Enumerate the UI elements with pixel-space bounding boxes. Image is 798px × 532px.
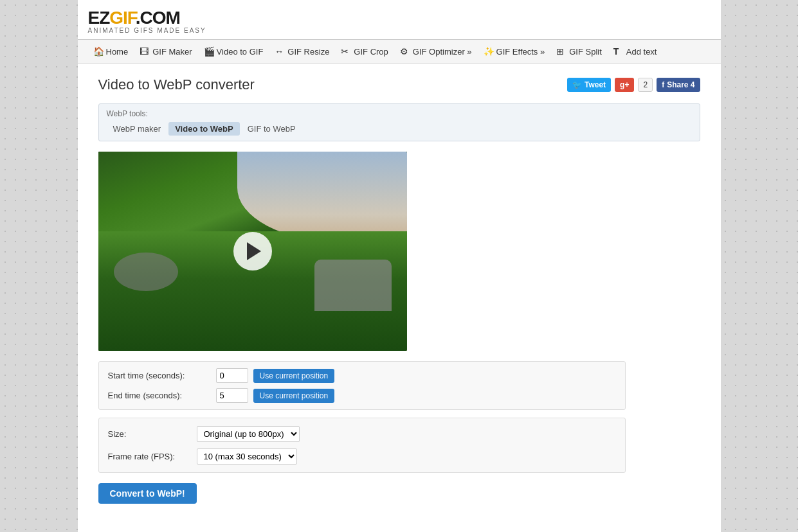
nav-gif-effects-label: GIF Effects » xyxy=(496,47,545,57)
nav-home-label: Home xyxy=(106,47,129,57)
logo-dotcom: .COM xyxy=(136,8,180,28)
nav-gif-split[interactable]: GIF Split xyxy=(551,44,607,59)
nav-gif-crop[interactable]: GIF Crop xyxy=(336,44,393,59)
share-label: Share 4 xyxy=(667,80,694,89)
fps-setting-row: Frame rate (FPS): 10 (max 30 seconds) 15… xyxy=(108,448,616,465)
logo-gif: GIF xyxy=(109,8,136,28)
size-select[interactable]: Original (up to 800px) 320px 480px 640px xyxy=(197,426,300,442)
webp-tools-links: WebP maker Video to WebP GIF to WebP xyxy=(107,122,692,136)
tweet-label: Tweet xyxy=(585,80,606,89)
social-buttons: 🐦 Tweet g+ 2 f Share 4 xyxy=(567,78,700,92)
facebook-icon: f xyxy=(662,80,664,89)
gplus-button[interactable]: g+ xyxy=(615,78,634,92)
nav-gif-split-label: GIF Split xyxy=(569,47,602,57)
logo[interactable]: EZGIF.COM ANIMATED GIFS MADE EASY xyxy=(88,8,711,34)
nav-gif-resize[interactable]: GIF Resize xyxy=(269,44,334,59)
nav-add-text[interactable]: Add text xyxy=(608,44,662,59)
start-time-label: Start time (seconds): xyxy=(108,371,211,380)
size-setting-row: Size: Original (up to 800px) 320px 480px… xyxy=(108,426,616,442)
logo-main: EZGIF.COM xyxy=(88,8,711,28)
video-icon xyxy=(204,46,214,57)
webp-tools-label: WebP tools: xyxy=(107,109,692,118)
webp-tools-bar: WebP tools: WebP maker Video to WebP GIF… xyxy=(98,103,700,141)
logo-subtitle: ANIMATED GIFS MADE EASY xyxy=(88,27,711,34)
crop-icon xyxy=(341,46,351,57)
house-icon xyxy=(93,46,104,57)
twitter-icon: 🐦 xyxy=(572,80,582,89)
end-time-input[interactable] xyxy=(216,388,248,403)
resize-icon xyxy=(275,46,285,57)
tweet-button[interactable]: 🐦 Tweet xyxy=(567,78,611,92)
settings-panel: Size: Original (up to 800px) 320px 480px… xyxy=(98,418,626,473)
nav-gif-optimizer[interactable]: GIF Optimizer » xyxy=(395,44,477,59)
size-label: Size: xyxy=(108,429,192,439)
webp-maker-link[interactable]: WebP maker xyxy=(107,122,168,136)
nav-video-to-gif[interactable]: Video to GIF xyxy=(199,44,269,59)
navigation: Home GIF Maker Video to GIF GIF Resize G… xyxy=(78,40,721,64)
use-end-position-button[interactable]: Use current position xyxy=(253,389,335,403)
video-to-webp-link[interactable]: Video to WebP xyxy=(168,122,240,136)
text-icon xyxy=(613,46,624,57)
end-time-row: End time (seconds): Use current position xyxy=(108,388,616,403)
video-play-button[interactable] xyxy=(233,232,272,270)
title-row: Video to WebP converter 🐦 Tweet g+ 2 f S… xyxy=(98,76,700,93)
fps-select[interactable]: 10 (max 30 seconds) 15 (max 20 seconds) … xyxy=(197,448,297,465)
effects-icon xyxy=(484,46,494,57)
start-time-input[interactable] xyxy=(216,368,248,383)
gplus-count: 2 xyxy=(638,78,653,92)
convert-button[interactable]: Convert to WebP! xyxy=(98,483,197,504)
nav-gif-effects[interactable]: GIF Effects » xyxy=(478,44,550,59)
nav-gif-maker-label: GIF Maker xyxy=(152,47,192,57)
start-time-row: Start time (seconds): Use current positi… xyxy=(108,368,616,383)
gif-to-webp-link[interactable]: GIF to WebP xyxy=(241,122,302,136)
nav-gif-resize-label: GIF Resize xyxy=(287,47,329,57)
use-start-position-button[interactable]: Use current position xyxy=(253,369,335,383)
video-player[interactable] xyxy=(98,152,407,351)
gplus-icon: g+ xyxy=(620,80,629,89)
split-icon xyxy=(556,46,567,57)
nav-gif-optimizer-label: GIF Optimizer » xyxy=(413,47,472,57)
opt-icon xyxy=(400,46,410,57)
time-controls-panel: Start time (seconds): Use current positi… xyxy=(98,361,626,410)
fps-label: Frame rate (FPS): xyxy=(108,452,192,461)
nav-home[interactable]: Home xyxy=(88,44,134,59)
nav-gif-crop-label: GIF Crop xyxy=(354,47,388,57)
nav-gif-maker[interactable]: GIF Maker xyxy=(134,44,197,59)
logo-ez: EZ xyxy=(88,8,110,28)
end-time-label: End time (seconds): xyxy=(108,391,211,400)
nav-video-to-gif-label: Video to GIF xyxy=(217,47,264,57)
facebook-share-button[interactable]: f Share 4 xyxy=(657,78,700,92)
page-title: Video to WebP converter xyxy=(98,76,255,93)
gif-icon xyxy=(140,46,150,57)
video-sky xyxy=(237,152,407,242)
video-preview xyxy=(98,152,407,351)
nav-add-text-label: Add text xyxy=(626,47,657,57)
